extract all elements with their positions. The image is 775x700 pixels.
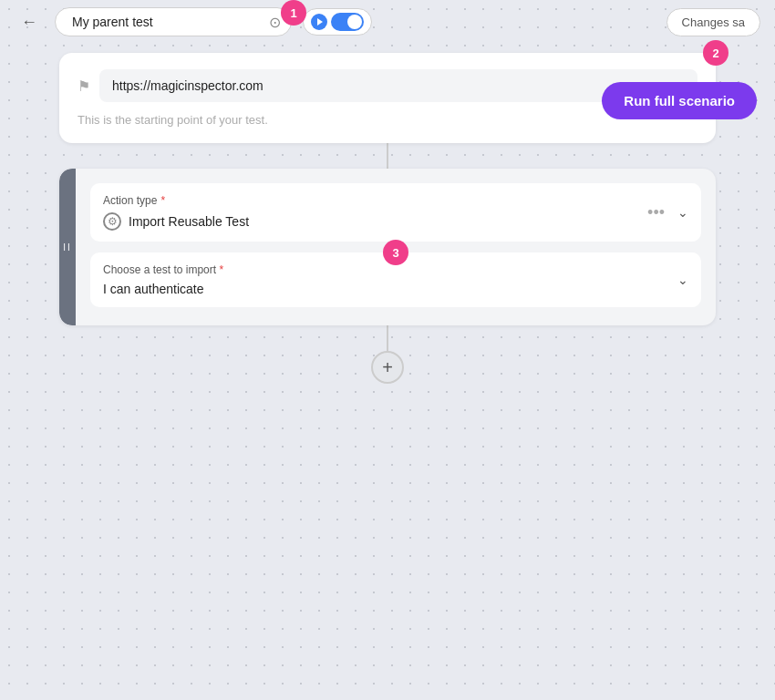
flag-icon: ⚑	[78, 77, 90, 95]
connector-line-1	[387, 143, 388, 169]
add-button-wrapper: +	[371, 351, 404, 384]
step-badge-3-wrapper: 3	[383, 240, 408, 265]
more-options-icon[interactable]: •••	[647, 203, 665, 222]
choose-test-label: Choose a test to import *	[103, 263, 223, 276]
action-card-sidebar[interactable]: II	[59, 169, 76, 325]
toggle-thumb	[347, 15, 362, 29]
required-star-2: *	[219, 263, 223, 276]
connector-line-2	[387, 325, 388, 351]
choose-test-value: I can authenticate	[103, 282, 223, 296]
run-full-scenario-button[interactable]: Run full scenario	[602, 82, 757, 119]
action-type-right: ••• ⌄	[647, 203, 688, 222]
back-button[interactable]: ←	[15, 7, 44, 36]
gear-circle-icon	[103, 212, 121, 231]
play-icon	[311, 14, 327, 30]
action-type-value: Import Reusable Test	[103, 212, 249, 231]
action-type-left: Action type * Import Reusable Test	[103, 194, 249, 231]
step-badge-2: 2	[703, 40, 728, 66]
add-step-button[interactable]: +	[371, 351, 404, 384]
title-wrapper: ⊙ 1	[55, 7, 292, 36]
pause-icon: II	[63, 242, 72, 252]
toggle-track[interactable]	[331, 13, 364, 31]
top-bar: ← ⊙ 1 Changes sa	[0, 0, 775, 44]
action-type-row[interactable]: Action type * Import Reusable Test ••• ⌄	[90, 183, 701, 242]
action-card-body: Action type * Import Reusable Test ••• ⌄	[76, 169, 716, 325]
check-icon: ⊙	[269, 14, 281, 31]
chevron-down-icon[interactable]: ⌄	[677, 205, 688, 220]
play-toggle[interactable]	[303, 8, 372, 36]
changes-button[interactable]: Changes sa	[666, 8, 760, 36]
choose-test-row[interactable]: Choose a test to import * I can authenti…	[90, 252, 701, 307]
action-card: II Action type * Import Reusable Test ••…	[59, 169, 716, 325]
choose-test-left: Choose a test to import * I can authenti…	[103, 263, 223, 296]
choose-test-chevron-icon[interactable]: ⌄	[677, 273, 688, 287]
required-star-1: *	[160, 194, 165, 207]
url-card-subtitle: This is the starting point of your test.	[78, 113, 698, 127]
back-icon: ←	[21, 13, 37, 32]
step-badge-1: 1	[281, 0, 306, 26]
step-badge-2-wrapper: 2	[703, 40, 728, 66]
action-type-label: Action type *	[103, 194, 249, 207]
title-input[interactable]	[55, 7, 292, 36]
step-badge-3: 3	[383, 240, 408, 265]
